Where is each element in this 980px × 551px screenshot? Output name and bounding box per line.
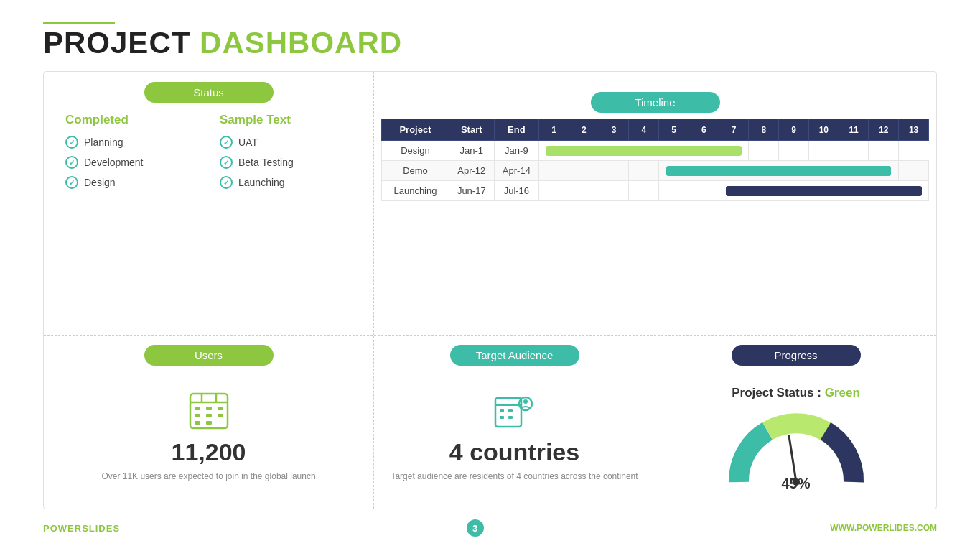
row-start: Apr-12	[449, 161, 494, 181]
status-label: Project Status :	[732, 386, 824, 399]
audience-content: 4 countries Target audience are resident…	[376, 366, 652, 509]
row-end: Jul-16	[494, 181, 539, 201]
audience-number: 4 countries	[449, 438, 579, 466]
page-number: 3	[467, 519, 484, 537]
svg-rect-8	[206, 414, 212, 417]
users-number: 11,200	[172, 438, 246, 466]
svg-rect-9	[218, 414, 223, 417]
check-icon	[65, 136, 78, 149]
col-num-6: 6	[689, 119, 719, 141]
gantt-bar-demo	[659, 161, 899, 181]
svg-rect-14	[500, 409, 504, 412]
progress-content: Project Status : Green	[710, 366, 882, 509]
brand-word-1: POWER	[43, 523, 82, 534]
footer-brand-right: WWW.POWERLIDES.COM	[830, 523, 937, 533]
header: PROJECT DASHBOARD	[43, 22, 937, 58]
timeline-section: Timeline Project Start End 1 2 3 4 5	[374, 72, 936, 335]
progress-header: Progress	[732, 345, 861, 366]
status-header: Status	[144, 82, 274, 103]
page: PROJECT DASHBOARD Status Completed Plann…	[0, 0, 980, 551]
audience-section: Target Audience	[374, 336, 655, 509]
list-item: Beta Testing	[220, 156, 352, 169]
gantt-bar-launching	[719, 181, 928, 201]
check-icon	[65, 176, 78, 189]
svg-rect-4	[195, 407, 200, 410]
status-section: Status Completed Planning Development	[44, 72, 374, 335]
completed-title: Completed	[65, 113, 197, 127]
svg-rect-7	[195, 414, 200, 417]
sample-title: Sample Text	[220, 113, 352, 127]
status-col-completed: Completed Planning Development Design	[58, 110, 205, 325]
users-icon	[189, 392, 229, 432]
col-num-13: 13	[899, 119, 929, 141]
svg-rect-16	[500, 416, 504, 419]
col-num-12: 12	[869, 119, 899, 141]
title-project: PROJECT	[43, 26, 190, 60]
completed-item-3: Design	[84, 177, 116, 188]
table-row: Launching Jun-17 Jul-16	[382, 181, 929, 201]
project-status-text: Project Status : Green	[732, 386, 860, 400]
footer: POWERSLIDES 3 WWW.POWERLIDES.COM	[43, 514, 937, 537]
gauge-percent: 45%	[781, 476, 810, 492]
bottom-row: Users	[44, 336, 936, 509]
col-header-end: End	[494, 119, 539, 141]
col-header-project: Project	[382, 119, 449, 141]
users-header: Users	[144, 345, 274, 366]
status-value: Green	[825, 386, 860, 399]
row-end: Apr-14	[494, 161, 539, 181]
sample-item-1: UAT	[238, 136, 258, 148]
timeline-header-wrap: Timeline	[374, 72, 936, 119]
col-num-10: 10	[808, 119, 839, 141]
col-header-start: Start	[449, 119, 494, 141]
col-num-5: 5	[659, 119, 689, 141]
list-item: UAT	[220, 136, 352, 149]
row-start: Jan-1	[449, 141, 494, 161]
svg-rect-11	[206, 421, 212, 425]
gantt-table: Project Start End 1 2 3 4 5 6 7 8 9	[381, 119, 929, 201]
completed-item-2: Development	[84, 157, 144, 168]
svg-rect-15	[508, 409, 513, 412]
col-num-3: 3	[599, 119, 629, 141]
sample-item-2: Beta Testing	[238, 157, 294, 168]
page-title: PROJECT DASHBOARD	[43, 28, 937, 58]
svg-rect-17	[508, 416, 513, 419]
gantt-bar-design	[539, 141, 749, 161]
header-line	[43, 22, 115, 24]
svg-point-19	[523, 399, 528, 404]
check-icon	[220, 176, 233, 189]
row-project: Demo	[382, 161, 449, 181]
col-num-8: 8	[749, 119, 779, 141]
sample-item-3: Launching	[238, 177, 285, 188]
list-item: Planning	[65, 136, 197, 149]
table-row: Demo Apr-12 Apr-14	[382, 161, 929, 181]
check-icon	[220, 156, 233, 169]
top-row: Status Completed Planning Development	[44, 72, 936, 336]
row-project: Design	[382, 141, 449, 161]
col-num-7: 7	[719, 119, 749, 141]
row-start: Jun-17	[449, 181, 494, 201]
check-icon	[220, 136, 233, 149]
col-num-4: 4	[629, 119, 659, 141]
svg-rect-10	[195, 421, 200, 425]
list-item: Launching	[220, 176, 352, 189]
users-section: Users	[44, 336, 374, 509]
row-project: Launching	[382, 181, 449, 201]
audience-icon	[494, 392, 534, 432]
col-num-2: 2	[569, 119, 599, 141]
completed-item-1: Planning	[84, 136, 123, 148]
col-num-9: 9	[779, 119, 809, 141]
svg-rect-6	[218, 407, 223, 410]
col-num-11: 11	[839, 119, 869, 141]
svg-rect-5	[206, 407, 212, 410]
footer-center: 3	[467, 519, 484, 537]
progress-section: Progress Project Status : Green	[655, 336, 936, 509]
timeline-header: Timeline	[591, 92, 720, 113]
svg-rect-12	[495, 398, 521, 427]
audience-header: Target Audience	[450, 345, 579, 366]
gauge-chart: 45%	[724, 410, 868, 489]
status-col-sample: Sample Text UAT Beta Testing Launching	[205, 110, 359, 325]
title-dashboard: DASHBOARD	[190, 26, 402, 60]
users-description: Over 11K users are expected to join in t…	[101, 471, 315, 483]
status-content: Completed Planning Development Design	[44, 103, 373, 335]
main-content: Status Completed Planning Development	[43, 71, 937, 509]
